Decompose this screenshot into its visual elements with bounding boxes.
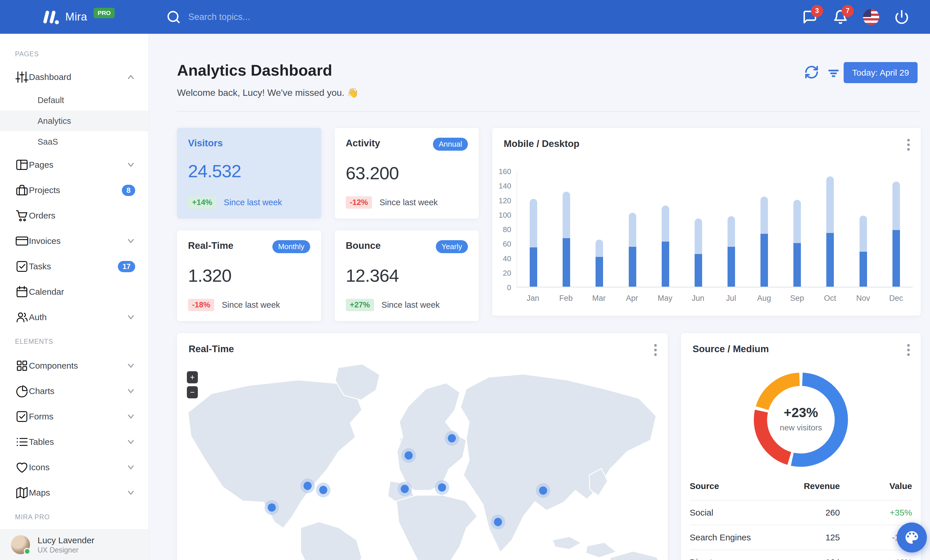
header-divider [177,111,921,112]
bar-nov [859,216,867,287]
map-marker-7[interactable] [438,483,446,492]
heart-icon [15,460,29,474]
navbar-actions: 3 7 [802,9,930,25]
brand[interactable]: Mira PRO [0,9,149,25]
map-marker-5[interactable] [400,485,409,493]
sign-out-button[interactable] [894,9,910,25]
delta-chip: +14% [188,196,216,209]
world-map[interactable] [177,363,668,560]
sidebar-item-label: Calendar [29,287,64,297]
bar-chart [516,172,913,287]
bar-segment-desktop [694,254,702,287]
y-axis-tick: 120 [492,196,511,205]
x-axis-label: Dec [880,294,912,303]
language-button[interactable] [863,9,879,25]
sidebar-item-label: Charts [29,386,54,396]
chevron-down-icon [126,414,135,419]
search-bar [166,10,802,24]
sidebar-item-charts[interactable]: Charts [0,379,148,404]
map-marker-9[interactable] [539,486,547,495]
sidebar-item-projects[interactable]: Projects8 [0,178,148,203]
bar-segment-desktop [629,247,636,287]
stat-title: Real-Time [188,240,233,251]
map-marker-4[interactable] [405,451,413,460]
period-badge: Annual [433,138,468,151]
stat-title: Bounce [346,240,381,251]
pro-badge: PRO [94,8,115,18]
stat-value: 24.532 [188,161,310,181]
search-input[interactable] [188,12,391,22]
users-icon [15,310,29,324]
refresh-icon[interactable] [804,64,819,80]
y-axis-tick: 140 [492,181,511,190]
sidebar-item-dashboard[interactable]: Dashboard [0,64,148,90]
y-axis-tick: 60 [492,239,511,249]
map-marker-6[interactable] [448,434,456,442]
messages-button[interactable]: 3 [802,9,818,25]
bar-segment-mobile [629,213,636,247]
stat-note: Since last week [382,300,440,310]
check-square-icon [15,259,29,273]
table-header-row: SourceRevenueValue [690,472,912,500]
x-axis-label: Sep [781,294,813,303]
source-title: Source / Medium [693,344,769,354]
chevron-down-icon [126,465,135,470]
sidebar-item-pages[interactable]: Pages [0,152,148,178]
value-cell: +35% [840,508,912,517]
source-cell: Social [690,508,776,517]
sidebar-item-forms[interactable]: Forms [0,404,148,429]
sidebar-item-label: Icons [29,462,50,472]
sidebar-item-tasks[interactable]: Tasks17 [0,254,148,279]
sidebar-user[interactable]: Lucy Lavender UX Designer [0,529,148,560]
filter-icon[interactable] [826,66,841,81]
sidebar-item-orders[interactable]: Orders [0,203,148,228]
column-header-value: Value [840,481,912,491]
stat-card-activity: Activity Annual 63.200 -12% Since last w… [335,128,479,218]
map-marker-3[interactable] [319,486,327,494]
bar-segment-desktop [596,257,603,287]
card-menu-button[interactable] [907,139,910,151]
map-zoom-in-button[interactable]: + [187,371,198,384]
card-menu-button[interactable] [654,344,657,356]
sidebar-item-calendar[interactable]: Calendar [0,279,148,305]
sidebar-subitem-default[interactable]: Default [0,90,148,110]
source-cell: Direct [690,557,776,560]
table-row-direct[interactable]: Direct164+46% [690,549,912,560]
mira-logo-icon [40,9,59,25]
sidebar-subitem-saas[interactable]: SaaS [0,131,148,152]
user-name: Lucy Lavender [37,535,94,546]
bar-may [662,206,669,287]
x-axis-label: Aug [748,294,780,303]
sidebar-subitem-analytics[interactable]: Analytics [0,110,148,131]
map-zoom-out-button[interactable]: − [187,386,198,398]
sidebar-item-label: Maps [29,488,50,498]
card-menu-button[interactable] [907,344,910,356]
sliders-icon [15,70,29,84]
sidebar-item-auth[interactable]: Auth [0,305,148,330]
map-marker-2[interactable] [303,482,312,490]
credit-card-icon [15,234,29,248]
map-marker-1[interactable] [268,503,276,512]
bar-jun [694,218,702,287]
notifications-button[interactable]: 7 [832,9,848,25]
bar-segment-mobile [826,176,834,233]
sidebar-item-maps[interactable]: Maps [0,480,148,505]
chevron-down-icon [126,388,135,394]
delta-chip: -18% [188,299,214,311]
table-row-social[interactable]: Social260+35% [690,500,912,525]
count-badge: 8 [122,185,135,196]
map-marker-8[interactable] [494,518,502,526]
date-range-button[interactable]: Today: April 29 [844,62,918,83]
sidebar-item-icons[interactable]: Icons [0,455,148,480]
bar-sep [793,200,801,287]
sidebar-item-components[interactable]: Components [0,353,148,379]
table-row-search-engines[interactable]: Search Engines125-12% [690,525,912,549]
sidebar-item-tables[interactable]: Tables [0,429,148,455]
bar-segment-desktop [728,247,735,287]
y-axis-tick: 160 [492,167,511,176]
layout-icon [15,158,29,172]
stat-note: Since last week [224,198,282,207]
theme-settings-fab[interactable] [897,522,927,552]
sidebar-item-invoices[interactable]: Invoices [0,228,148,254]
chevron-down-icon [126,238,135,244]
